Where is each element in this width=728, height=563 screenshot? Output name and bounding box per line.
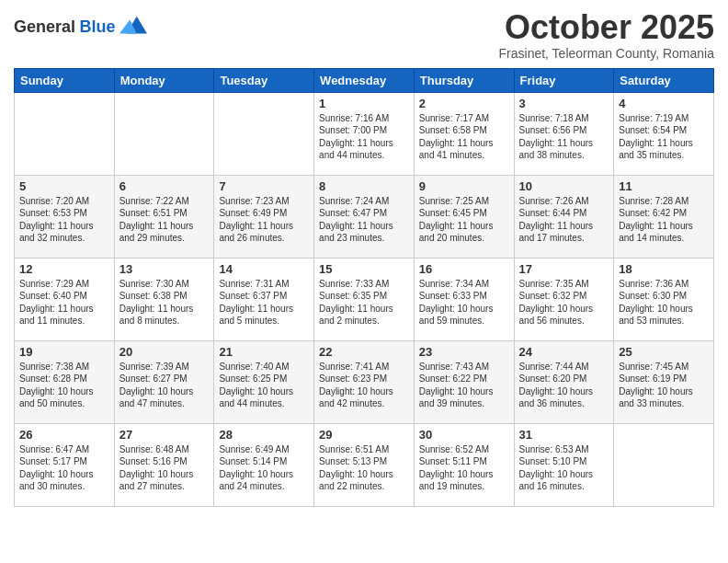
day-number: 22 (319, 345, 409, 359)
calendar-cell: 10Sunrise: 7:26 AM Sunset: 6:44 PM Dayli… (514, 175, 614, 258)
calendar-cell: 11Sunrise: 7:28 AM Sunset: 6:42 PM Dayli… (614, 175, 714, 258)
calendar-cell: 25Sunrise: 7:45 AM Sunset: 6:19 PM Dayli… (614, 340, 714, 423)
day-info: Sunrise: 7:19 AM Sunset: 6:54 PM Dayligh… (619, 112, 709, 162)
calendar-week-row: 19Sunrise: 7:38 AM Sunset: 6:28 PM Dayli… (15, 340, 714, 423)
day-number: 18 (619, 262, 709, 276)
calendar-cell: 29Sunrise: 6:51 AM Sunset: 5:13 PM Dayli… (314, 423, 415, 506)
day-number: 8 (319, 179, 409, 193)
day-number: 14 (219, 262, 309, 276)
calendar-cell: 17Sunrise: 7:35 AM Sunset: 6:32 PM Dayli… (514, 258, 614, 340)
day-number: 15 (319, 262, 409, 276)
day-number: 31 (519, 428, 609, 442)
day-number: 13 (119, 262, 210, 276)
logo-icon (119, 13, 147, 40)
calendar-header-wednesday: Wednesday (314, 68, 415, 92)
calendar-cell: 28Sunrise: 6:49 AM Sunset: 5:14 PM Dayli… (214, 423, 314, 506)
day-number: 28 (219, 428, 309, 442)
day-info: Sunrise: 7:39 AM Sunset: 6:27 PM Dayligh… (119, 361, 210, 410)
day-info: Sunrise: 6:53 AM Sunset: 5:10 PM Dayligh… (519, 443, 609, 493)
location-subtitle: Frasinet, Teleorman County, Romania (499, 46, 714, 61)
day-number: 20 (119, 345, 210, 359)
day-number: 29 (319, 428, 409, 442)
title-section: October 2025 Frasinet, Teleorman County,… (499, 9, 714, 61)
day-info: Sunrise: 7:18 AM Sunset: 6:56 PM Dayligh… (519, 112, 609, 162)
calendar-cell: 23Sunrise: 7:43 AM Sunset: 6:22 PM Dayli… (414, 340, 514, 423)
day-number: 2 (419, 97, 509, 110)
day-info: Sunrise: 7:43 AM Sunset: 6:22 PM Dayligh… (419, 361, 509, 410)
calendar-cell: 1Sunrise: 7:16 AM Sunset: 7:00 PM Daylig… (314, 92, 415, 175)
calendar-week-row: 12Sunrise: 7:29 AM Sunset: 6:40 PM Dayli… (15, 258, 714, 340)
day-info: Sunrise: 7:31 AM Sunset: 6:37 PM Dayligh… (219, 278, 309, 327)
calendar-cell: 8Sunrise: 7:24 AM Sunset: 6:47 PM Daylig… (314, 175, 415, 258)
day-number: 25 (619, 345, 709, 359)
calendar-cell: 16Sunrise: 7:34 AM Sunset: 6:33 PM Dayli… (414, 258, 514, 340)
day-info: Sunrise: 7:16 AM Sunset: 7:00 PM Dayligh… (319, 112, 409, 162)
calendar-cell: 3Sunrise: 7:18 AM Sunset: 6:56 PM Daylig… (514, 92, 614, 175)
calendar-cell: 20Sunrise: 7:39 AM Sunset: 6:27 PM Dayli… (114, 340, 214, 423)
day-info: Sunrise: 6:47 AM Sunset: 5:17 PM Dayligh… (19, 443, 109, 493)
day-info: Sunrise: 7:41 AM Sunset: 6:23 PM Dayligh… (319, 361, 409, 410)
calendar-cell: 31Sunrise: 6:53 AM Sunset: 5:10 PM Dayli… (514, 423, 614, 506)
calendar-cell: 22Sunrise: 7:41 AM Sunset: 6:23 PM Dayli… (314, 340, 415, 423)
calendar-header-friday: Friday (514, 68, 614, 92)
day-info: Sunrise: 7:40 AM Sunset: 6:25 PM Dayligh… (219, 361, 309, 410)
day-info: Sunrise: 7:17 AM Sunset: 6:58 PM Dayligh… (419, 112, 509, 162)
day-number: 27 (119, 428, 210, 442)
logo-general: General (14, 17, 75, 36)
calendar-cell (114, 92, 214, 175)
calendar-header-sunday: Sunday (15, 68, 115, 92)
calendar-header-row: SundayMondayTuesdayWednesdayThursdayFrid… (15, 68, 714, 92)
day-info: Sunrise: 7:24 AM Sunset: 6:47 PM Dayligh… (319, 195, 409, 245)
calendar-cell: 24Sunrise: 7:44 AM Sunset: 6:20 PM Dayli… (514, 340, 614, 423)
calendar-cell: 18Sunrise: 7:36 AM Sunset: 6:30 PM Dayli… (614, 258, 714, 340)
day-info: Sunrise: 7:25 AM Sunset: 6:45 PM Dayligh… (419, 195, 509, 245)
calendar-cell: 19Sunrise: 7:38 AM Sunset: 6:28 PM Dayli… (15, 340, 115, 423)
day-number: 11 (619, 179, 709, 193)
calendar-cell: 7Sunrise: 7:23 AM Sunset: 6:49 PM Daylig… (214, 175, 314, 258)
day-info: Sunrise: 7:36 AM Sunset: 6:30 PM Dayligh… (619, 278, 709, 327)
page-header: General Blue October 2025 Frasinet, Tele… (14, 9, 714, 61)
day-info: Sunrise: 7:29 AM Sunset: 6:40 PM Dayligh… (19, 278, 109, 327)
day-number: 4 (619, 97, 709, 110)
calendar-cell: 6Sunrise: 7:22 AM Sunset: 6:51 PM Daylig… (114, 175, 214, 258)
day-info: Sunrise: 6:52 AM Sunset: 5:11 PM Dayligh… (419, 443, 509, 493)
day-number: 26 (19, 428, 109, 442)
day-number: 12 (19, 262, 109, 276)
day-info: Sunrise: 7:22 AM Sunset: 6:51 PM Dayligh… (119, 195, 210, 245)
calendar-header-monday: Monday (114, 68, 214, 92)
calendar-cell: 12Sunrise: 7:29 AM Sunset: 6:40 PM Dayli… (15, 258, 115, 340)
day-number: 23 (419, 345, 509, 359)
logo-blue: Blue (80, 17, 116, 36)
calendar-week-row: 1Sunrise: 7:16 AM Sunset: 7:00 PM Daylig… (15, 92, 714, 175)
day-info: Sunrise: 7:26 AM Sunset: 6:44 PM Dayligh… (519, 195, 609, 245)
day-number: 1 (319, 97, 409, 110)
calendar-cell: 27Sunrise: 6:48 AM Sunset: 5:16 PM Dayli… (114, 423, 214, 506)
day-info: Sunrise: 6:48 AM Sunset: 5:16 PM Dayligh… (119, 443, 210, 493)
calendar-cell: 9Sunrise: 7:25 AM Sunset: 6:45 PM Daylig… (414, 175, 514, 258)
calendar-week-row: 5Sunrise: 7:20 AM Sunset: 6:53 PM Daylig… (15, 175, 714, 258)
day-info: Sunrise: 7:44 AM Sunset: 6:20 PM Dayligh… (519, 361, 609, 410)
calendar-cell: 21Sunrise: 7:40 AM Sunset: 6:25 PM Dayli… (214, 340, 314, 423)
day-info: Sunrise: 7:28 AM Sunset: 6:42 PM Dayligh… (619, 195, 709, 245)
day-info: Sunrise: 6:51 AM Sunset: 5:13 PM Dayligh… (319, 443, 409, 493)
day-number: 19 (19, 345, 109, 359)
calendar-cell (614, 423, 714, 506)
day-number: 24 (519, 345, 609, 359)
calendar-cell: 26Sunrise: 6:47 AM Sunset: 5:17 PM Dayli… (15, 423, 115, 506)
day-info: Sunrise: 7:34 AM Sunset: 6:33 PM Dayligh… (419, 278, 509, 327)
day-number: 16 (419, 262, 509, 276)
calendar-cell (214, 92, 314, 175)
day-info: Sunrise: 7:35 AM Sunset: 6:32 PM Dayligh… (519, 278, 609, 327)
day-number: 7 (219, 179, 309, 193)
calendar-cell: 5Sunrise: 7:20 AM Sunset: 6:53 PM Daylig… (15, 175, 115, 258)
month-title: October 2025 (499, 9, 714, 46)
day-info: Sunrise: 7:45 AM Sunset: 6:19 PM Dayligh… (619, 361, 709, 410)
calendar-table: SundayMondayTuesdayWednesdayThursdayFrid… (14, 68, 714, 507)
logo-text: General Blue (14, 17, 116, 37)
calendar-header-tuesday: Tuesday (214, 68, 314, 92)
day-number: 30 (419, 428, 509, 442)
day-number: 9 (419, 179, 509, 193)
day-info: Sunrise: 7:20 AM Sunset: 6:53 PM Dayligh… (19, 195, 109, 245)
day-number: 6 (119, 179, 210, 193)
day-info: Sunrise: 6:49 AM Sunset: 5:14 PM Dayligh… (219, 443, 309, 493)
